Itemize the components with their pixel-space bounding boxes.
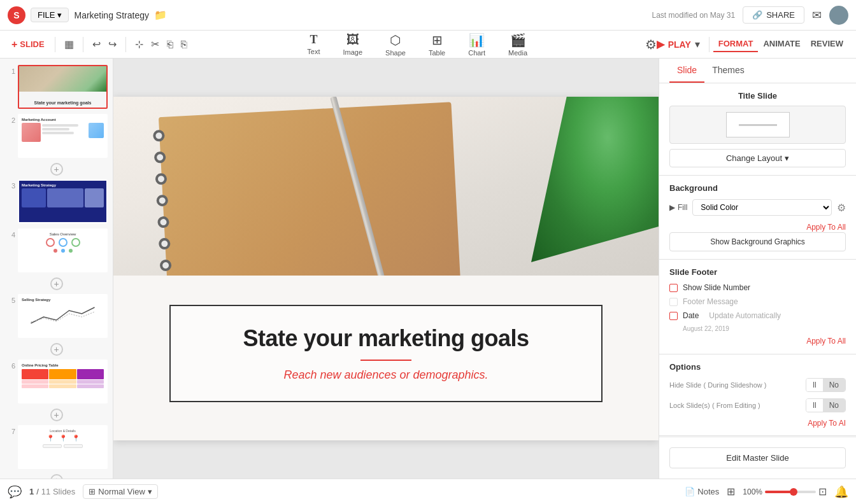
- slide-thumb-7[interactable]: 7 Location & Details 📍 📍 📍: [4, 424, 109, 470]
- slide-preview-6[interactable]: Online Pricing Table: [18, 360, 108, 403]
- add-slide-button[interactable]: + SLIDE: [8, 36, 48, 53]
- notes-icon: 📄: [685, 487, 695, 496]
- insert-media-tool[interactable]: 🎬 Media: [503, 30, 532, 59]
- play-button[interactable]: ▶ PLAY: [657, 38, 691, 50]
- insert-chart-tool[interactable]: 📊 Chart: [463, 30, 490, 59]
- slide-thumb-6[interactable]: 6 Online Pricing Table: [4, 358, 109, 405]
- fill-settings-icon[interactable]: ⚙: [837, 202, 846, 214]
- hide-slide-label: Hide Slide ( During Slideshow ): [669, 381, 767, 389]
- slide6-add-button[interactable]: +: [50, 409, 63, 421]
- slide-canvas[interactable]: State your marketing goals Reach new aud…: [113, 97, 659, 440]
- layout-icon[interactable]: ▦: [62, 36, 76, 53]
- settings-icon[interactable]: ⚙: [645, 37, 657, 52]
- slide2-add-btn-area: +: [4, 163, 109, 176]
- file-menu-button[interactable]: FILE ▾: [31, 8, 69, 22]
- slide7-icons: 📍 📍 📍: [22, 435, 104, 442]
- expand-icon[interactable]: ⊞: [727, 486, 735, 498]
- slide-preview-7[interactable]: Location & Details 📍 📍 📍: [18, 425, 108, 469]
- change-layout-dropdown-icon: ▾: [785, 153, 789, 163]
- lock-slide-toggle-yes[interactable]: ll: [806, 399, 822, 412]
- play-dropdown-icon[interactable]: ▾: [695, 38, 700, 50]
- chat-icon[interactable]: 💬: [8, 485, 22, 499]
- slide-preview-1[interactable]: State your marketing goals: [18, 65, 108, 109]
- copy-button[interactable]: ⎗: [164, 36, 176, 53]
- layout-section: Title Slide Change Layout ▾: [659, 83, 856, 176]
- show-background-graphics-button[interactable]: Show Background Graphics: [669, 232, 846, 251]
- undo-button[interactable]: ↩: [90, 36, 103, 53]
- chart-tool-label: Chart: [468, 49, 485, 57]
- tab-format[interactable]: FORMAT: [713, 36, 759, 52]
- tab-slide[interactable]: Slide: [669, 59, 704, 83]
- slide5-chart: [22, 304, 104, 326]
- file-name: Marketing Strategy: [74, 10, 149, 20]
- slide2-body-preview: [22, 123, 104, 142]
- slide7-add-button[interactable]: +: [50, 474, 63, 479]
- toolbar-separator-2: [83, 37, 83, 52]
- zoom-thumb[interactable]: [790, 488, 797, 496]
- insert-image-tool[interactable]: 🖼 Image: [338, 30, 368, 59]
- slide2-add-button[interactable]: +: [50, 163, 63, 176]
- edit-master-slide-button[interactable]: Edit Master Slide: [669, 447, 846, 468]
- slide5-add-btn-area: +: [4, 343, 109, 356]
- footer-apply-all-link[interactable]: Apply To All: [806, 337, 846, 346]
- slide-thumb-3[interactable]: 3 Marketing Strategy: [4, 178, 109, 225]
- cursor-icon[interactable]: ⊹: [132, 36, 146, 53]
- play-label: PLAY: [668, 39, 691, 50]
- slide-preview-4[interactable]: Sales Overview: [18, 228, 108, 272]
- slide5-add-button[interactable]: +: [50, 343, 63, 356]
- slide4-title-preview: Sales Overview: [22, 232, 104, 236]
- fill-label: ▶ Fill: [669, 203, 687, 212]
- hide-slide-toggle-yes[interactable]: ll: [806, 379, 822, 391]
- mail-icon[interactable]: ✉: [812, 8, 822, 22]
- slide-preview-3[interactable]: Marketing Strategy: [18, 179, 108, 223]
- fill-type-select[interactable]: Solid Color Gradient Image None: [692, 199, 832, 216]
- zoom-slider[interactable]: [765, 491, 816, 493]
- slide4-dots: [22, 249, 104, 253]
- date-label: Date: [683, 311, 699, 320]
- share-label: SHARE: [766, 10, 795, 20]
- view-selector[interactable]: ⊞ Normal View ▾: [83, 484, 157, 499]
- hide-slide-toggle-no[interactable]: No: [823, 379, 845, 391]
- date-checkbox[interactable]: [669, 312, 678, 320]
- tab-themes[interactable]: Themes: [704, 59, 752, 83]
- slide-preview-5[interactable]: Selling Strategy: [18, 294, 108, 338]
- notification-icon[interactable]: 🔔: [834, 485, 848, 499]
- slide-panel: 1 State your marketing goals 2 Marketing…: [0, 59, 113, 479]
- lock-slide-toggle-no[interactable]: No: [823, 399, 845, 412]
- canvas-area: State your marketing goals Reach new aud…: [113, 59, 659, 479]
- plant-area: [506, 97, 659, 275]
- share-icon: 🔗: [752, 10, 762, 20]
- show-slide-number-label: Show Slide Number: [683, 283, 750, 292]
- slide7-title-preview: Location & Details: [22, 429, 104, 433]
- insert-shape-tool[interactable]: ⬡ Shape: [380, 30, 411, 59]
- apply-to-ai-button[interactable]: Apply To AI: [669, 419, 846, 428]
- show-slide-number-checkbox[interactable]: [669, 284, 678, 292]
- page-indicator: 1 / 11 Slides: [29, 487, 75, 496]
- tab-review[interactable]: REVIEW: [806, 36, 848, 52]
- update-auto-label: Update Automatically: [709, 311, 781, 320]
- slide4-add-button[interactable]: +: [50, 277, 63, 290]
- slide-thumb-1[interactable]: 1 State your marketing goals: [4, 64, 109, 110]
- slide-preview-2[interactable]: Marketing Account: [18, 114, 108, 158]
- insert-table-tool[interactable]: ⊞ Table: [424, 30, 450, 59]
- edit-master-section: Edit Master Slide: [659, 437, 856, 479]
- slide-thumb-4[interactable]: 4 Sales Overview: [4, 227, 109, 274]
- slide-thumb-2[interactable]: 2 Marketing Account: [4, 113, 109, 159]
- insert-text-tool[interactable]: T Text: [302, 31, 325, 58]
- slide1-image: [19, 66, 106, 92]
- background-apply-all-link[interactable]: Apply To All: [806, 223, 846, 232]
- zoom-expand-icon[interactable]: ⊡: [818, 486, 827, 498]
- tab-animate[interactable]: ANIMATE: [758, 36, 805, 52]
- notes-button[interactable]: 📄 Notes: [685, 487, 719, 496]
- redo-button[interactable]: ↪: [106, 36, 119, 53]
- layout-preview-inner: [726, 112, 790, 137]
- slide-text-area[interactable]: State your marketing goals Reach new aud…: [169, 305, 603, 402]
- share-button[interactable]: 🔗 SHARE: [743, 6, 804, 24]
- slide-thumb-5[interactable]: 5 Selling Strategy: [4, 293, 109, 339]
- fill-triangle-icon: ▶: [669, 203, 675, 212]
- cut-button[interactable]: ✂: [148, 36, 162, 53]
- footer-message-checkbox[interactable]: [669, 298, 678, 306]
- change-layout-button[interactable]: Change Layout ▾: [669, 149, 846, 167]
- paste-button[interactable]: ⎘: [178, 36, 190, 53]
- add-slide-label: SLIDE: [20, 39, 44, 49]
